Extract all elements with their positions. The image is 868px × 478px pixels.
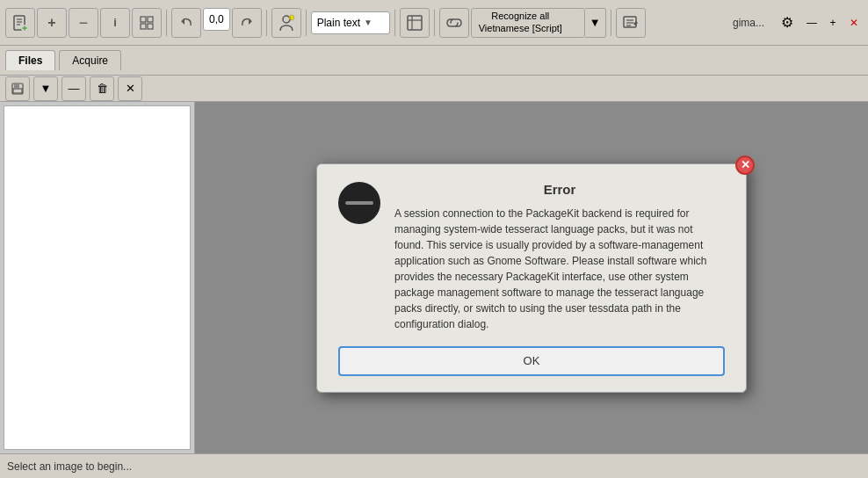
window-controls: gima... ⚙ — + ✕ bbox=[726, 11, 863, 35]
edit-icon bbox=[622, 14, 640, 32]
app-title: gima... bbox=[726, 17, 771, 29]
save-icon bbox=[11, 82, 25, 96]
info-button[interactable]: i bbox=[100, 8, 130, 38]
recognize-group: Recognize all Vietnamese [Script] ▼ bbox=[471, 8, 606, 38]
ocr-settings-button[interactable]: ! bbox=[271, 8, 301, 38]
new-doc-icon bbox=[11, 14, 29, 32]
dialog-close-button[interactable]: ✕ bbox=[735, 156, 755, 175]
svg-rect-9 bbox=[141, 24, 146, 29]
redo-icon bbox=[239, 15, 255, 31]
recognize-label: Recognize all Vietnamese [Script] bbox=[479, 11, 562, 33]
svg-rect-7 bbox=[141, 17, 146, 22]
error-icon bbox=[338, 182, 380, 224]
left-panel bbox=[0, 102, 195, 453]
grid-button[interactable] bbox=[132, 8, 162, 38]
separator-6 bbox=[611, 10, 611, 36]
dropdown-arrow-icon: ▼ bbox=[364, 18, 373, 27]
svg-rect-16 bbox=[408, 16, 422, 30]
svg-rect-25 bbox=[13, 89, 22, 93]
main-toolbar: + − i 0,0 bbox=[0, 0, 868, 46]
output-format-dropdown[interactable]: Plain text ▼ bbox=[311, 11, 390, 34]
separator-4 bbox=[394, 10, 395, 36]
sub-toolbar: ▼ — 🗑 ✕ bbox=[0, 76, 868, 102]
dropdown-small-button[interactable]: ▼ bbox=[33, 76, 58, 101]
grid-icon bbox=[140, 16, 154, 30]
tab-acquire[interactable]: Acquire bbox=[59, 50, 121, 70]
edit-button[interactable] bbox=[616, 8, 646, 38]
ok-button[interactable]: OK bbox=[338, 346, 725, 376]
svg-rect-10 bbox=[148, 24, 153, 29]
tab-files[interactable]: Files bbox=[5, 50, 55, 70]
delete-button[interactable]: 🗑 bbox=[90, 76, 114, 101]
maximize-button[interactable]: + bbox=[824, 14, 842, 32]
new-document-button[interactable] bbox=[5, 8, 35, 38]
redo-button[interactable] bbox=[232, 8, 262, 38]
svg-rect-8 bbox=[148, 17, 153, 22]
save-button[interactable] bbox=[5, 76, 30, 101]
scan-button[interactable] bbox=[400, 8, 430, 38]
recognize-dropdown-arrow[interactable]: ▼ bbox=[585, 8, 606, 38]
toolbar-group-2: 0,0 bbox=[171, 8, 262, 38]
link-button[interactable] bbox=[439, 8, 469, 38]
scan-icon bbox=[405, 13, 424, 33]
dialog-overlay: ✕ Error A session connection to the Pack… bbox=[195, 102, 868, 453]
tabs-bar: Files Acquire bbox=[0, 46, 868, 76]
panel-white bbox=[4, 105, 191, 450]
dialog-title: Error bbox=[394, 182, 725, 197]
dialog-footer: OK bbox=[338, 346, 725, 376]
separator-5 bbox=[434, 10, 435, 36]
minimize-button[interactable]: — bbox=[803, 14, 821, 32]
settings-button[interactable]: ⚙ bbox=[775, 11, 799, 35]
status-bar: Select an image to begin... bbox=[0, 453, 868, 478]
dialog-header: Error A session connection to the Packag… bbox=[338, 182, 725, 332]
add-button[interactable]: + bbox=[37, 8, 67, 38]
dialog-close-icon: ✕ bbox=[741, 158, 750, 171]
status-text: Select an image to begin... bbox=[7, 460, 132, 473]
error-dialog: ✕ Error A session connection to the Pack… bbox=[316, 163, 747, 393]
minus-small-button[interactable]: — bbox=[61, 76, 86, 101]
minus-button[interactable]: − bbox=[69, 8, 98, 38]
recognize-button[interactable]: Recognize all Vietnamese [Script] bbox=[471, 8, 585, 38]
panel-content bbox=[0, 102, 194, 453]
zoom-value: 0,0 bbox=[209, 13, 224, 25]
dialog-content: Error A session connection to the Packag… bbox=[394, 182, 725, 332]
undo-icon bbox=[178, 15, 194, 31]
svg-text:!: ! bbox=[289, 15, 290, 20]
clear-button[interactable]: ✕ bbox=[118, 76, 142, 101]
zoom-display: 0,0 bbox=[203, 8, 230, 31]
svg-rect-24 bbox=[14, 83, 19, 88]
svg-rect-26 bbox=[345, 201, 373, 205]
minus-icon bbox=[344, 199, 375, 207]
ocr-person-icon: ! bbox=[277, 13, 296, 33]
right-area: ✕ Error A session connection to the Pack… bbox=[195, 102, 868, 453]
recognize-arrow-icon: ▼ bbox=[590, 16, 601, 29]
toolbar-group-1: + − i bbox=[37, 8, 162, 38]
main-area: ✕ Error A session connection to the Pack… bbox=[0, 102, 868, 453]
separator-2 bbox=[266, 10, 267, 36]
link-icon bbox=[446, 15, 462, 31]
separator-3 bbox=[306, 10, 307, 36]
output-format-label: Plain text bbox=[317, 17, 360, 29]
undo-button[interactable] bbox=[171, 8, 201, 38]
close-button[interactable]: ✕ bbox=[845, 14, 863, 32]
separator-1 bbox=[166, 10, 167, 36]
dialog-message: A session connection to the PackageKit b… bbox=[394, 206, 725, 332]
